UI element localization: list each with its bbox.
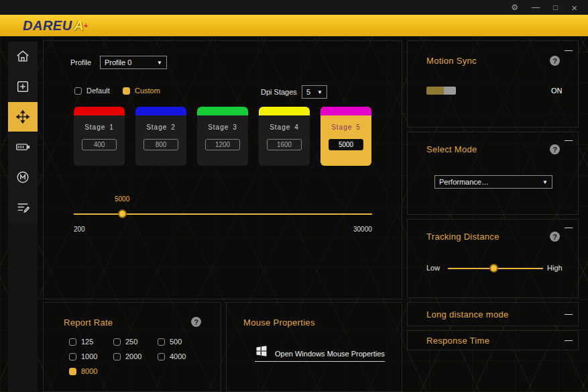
stage-dpi-value[interactable]: 800 [143,139,178,150]
report-rate-option-2000[interactable]: 2000 [113,352,141,360]
sidebar-item-mode[interactable] [8,162,38,192]
checkbox[interactable] [158,338,165,346]
collapse-icon[interactable]: — [565,136,573,144]
dpi-stage-card-3[interactable]: Stage3 1200 [197,107,248,166]
report-rate-help-icon[interactable]: ? [191,317,201,327]
checkbox[interactable] [113,338,121,346]
report-rate-option-1000[interactable]: 1000 [69,352,97,360]
collapse-icon[interactable]: — [565,46,573,54]
tracking-distance-panel: Tracking Distance ? — Low High [407,219,579,298]
checkbox[interactable] [69,353,76,360]
checkbox[interactable] [69,338,76,346]
custom-label: Custom [135,87,160,95]
windows-logo-icon [255,344,268,358]
close-icon[interactable]: × [571,3,577,13]
dpi-stage-card-4[interactable]: Stage4 1600 [259,107,310,166]
report-rate-label: 2000 [125,352,141,360]
stage-label: Stage4 [259,124,310,131]
profile-select-value: Profile 0 [105,58,131,66]
open-windows-mouse-properties-link[interactable]: Open Windows Mouse Properties [255,344,385,362]
sidebar-item-macro[interactable] [8,193,38,222]
dpi-slider-min: 200 [74,226,85,233]
dpi-stage-card-1[interactable]: Stage1 400 [74,107,125,166]
custom-checkbox[interactable] [123,87,130,95]
settings-gear-icon[interactable]: ⚙ [511,3,518,11]
report-rate-label: 4000 [170,352,186,360]
mode-m-icon [15,170,30,185]
select-mode-title: Select Mode [426,144,477,154]
motion-sync-panel: Motion Sync ? — ON [407,40,579,128]
stage-label: Stage2 [135,124,186,131]
motion-sync-toggle[interactable] [426,87,456,95]
sidebar-item-dpi-settings[interactable] [8,102,38,132]
stage-dpi-value[interactable]: 1200 [205,139,240,150]
motion-sync-state: ON [551,87,563,95]
report-rate-panel: Report Rate ? 125 250 500 1000 2000 4000 [43,302,221,392]
dpi-stages-label: Dpi Stages [261,88,297,96]
toggle-off-segment [444,87,456,95]
dpi-slider-max: 30000 [353,226,372,233]
macro-list-icon [15,200,30,215]
collapse-icon[interactable]: — [565,336,573,344]
mouse-properties-title: Mouse Properties [243,317,315,328]
app-window: ⚙ — □ × DAREU A + [0,0,588,392]
tracking-low-label: Low [426,264,440,272]
brand-logo: DAREU [23,18,72,34]
chevron-down-icon: ▼ [157,60,162,66]
sidebar-item-add-device[interactable] [8,72,38,101]
maximize-icon[interactable]: □ [553,3,558,11]
stage-dpi-value[interactable]: 5000 [329,139,363,150]
brand-logo-plus: + [84,21,88,30]
report-rate-label: 500 [170,338,182,346]
report-rate-option-8000[interactable]: 8000 [69,367,97,375]
dpi-slider-thumb[interactable] [118,209,127,218]
stage-dpi-value[interactable]: 1600 [267,139,302,150]
checkbox[interactable] [113,353,121,360]
chevron-down-icon: ▼ [542,179,548,185]
stage-color-bar [74,107,125,115]
brand-header: DAREU A + [0,15,588,36]
mode-select-value: Performance… [439,178,489,186]
dpi-stage-card-2[interactable]: Stage2 800 [135,107,186,166]
report-rate-option-125[interactable]: 125 [69,338,93,346]
collapse-icon[interactable]: — [565,310,573,318]
sidebar-item-home[interactable] [8,42,38,71]
report-rate-option-250[interactable]: 250 [113,338,137,346]
stage-color-bar [259,107,310,115]
response-time-panel: Response Time — [407,330,579,350]
select-mode-help-icon[interactable]: ? [550,144,560,154]
report-rate-title: Report Rate [64,317,113,328]
brand-logo-mark: A [74,17,84,34]
dpi-stage-card-5[interactable]: Stage5 5000 [320,107,371,166]
collapse-icon[interactable]: — [565,224,573,232]
motion-sync-help-icon[interactable]: ? [550,56,560,66]
sidebar-item-battery[interactable] [8,132,38,162]
tracking-high-label: High [547,264,563,272]
battery-icon [15,140,31,154]
checkbox[interactable] [158,353,165,360]
report-rate-option-4000[interactable]: 4000 [158,352,186,360]
dpi-stages-select[interactable]: 5 ▼ [302,85,327,99]
custom-option[interactable]: Custom [123,87,160,95]
mode-select[interactable]: Performance… ▼ [434,175,552,189]
report-rate-option-500[interactable]: 500 [158,338,182,346]
dpi-stages-value: 5 [306,88,310,96]
link-label: Open Windows Mouse Properties [275,350,385,358]
stage-label: Stage3 [197,124,248,131]
long-distance-mode-title: Long distance mode [426,309,508,320]
tracking-slider-thumb[interactable] [489,264,498,273]
tracking-distance-title: Tracking Distance [426,232,499,242]
chevron-down-icon: ▼ [317,89,322,95]
stage-label: Stage5 [320,124,371,131]
motion-sync-title: Motion Sync [426,56,477,66]
checkbox[interactable] [69,368,76,375]
dpi-move-icon [15,109,30,124]
tracking-distance-help-icon[interactable]: ? [550,232,560,242]
stage-label: Stage1 [74,124,125,131]
default-checkbox[interactable] [74,87,82,95]
stage-dpi-value[interactable]: 400 [82,139,117,150]
home-icon [15,49,30,64]
minimize-icon[interactable]: — [532,3,540,11]
profile-select[interactable]: Profile 0 ▼ [100,56,167,69]
default-option[interactable]: Default [74,87,110,95]
